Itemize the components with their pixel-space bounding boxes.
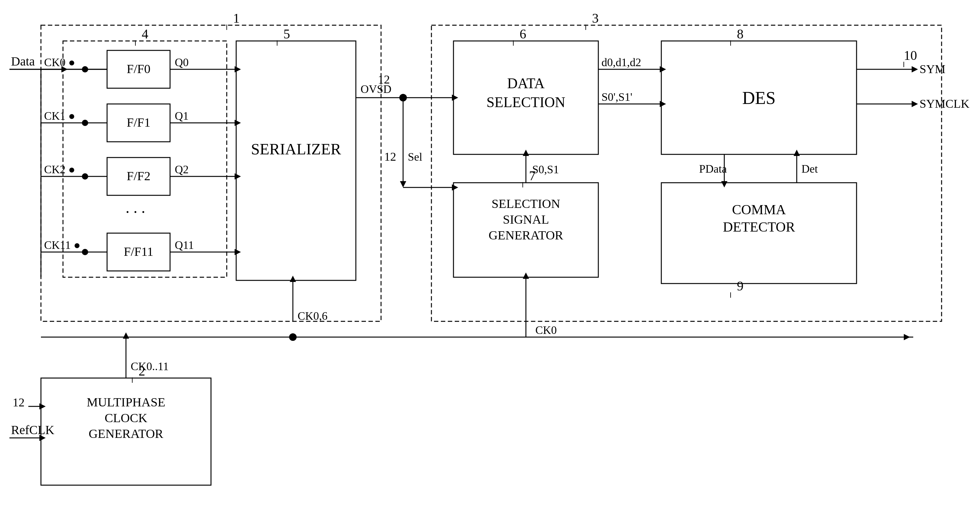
q11-label: Q11 bbox=[175, 239, 194, 251]
multiphase-label3: GENERATOR bbox=[89, 427, 163, 441]
symclk-label: SYMCLK bbox=[920, 97, 970, 110]
diagram-container: 1 4 F/F0 F/F1 F/F2 · · · F/F11 5 SERIALI… bbox=[0, 0, 980, 528]
label-1: 1 bbox=[233, 11, 240, 26]
ellipsis: · · · bbox=[126, 203, 145, 221]
sym-label: SYM bbox=[920, 62, 945, 76]
ck2-junction bbox=[82, 173, 88, 180]
label-8: 8 bbox=[737, 27, 743, 41]
label-6: 6 bbox=[520, 27, 526, 41]
sel-sig-gen-label3: GENERATOR bbox=[488, 228, 563, 242]
sel-sig-gen-label2: SIGNAL bbox=[503, 212, 549, 227]
s0s1-label: S0,S1 bbox=[532, 163, 559, 176]
multiphase-label1: MULTIPHASE bbox=[87, 395, 165, 409]
num12-ovsd: 12 bbox=[378, 73, 390, 86]
pdata-label: PData bbox=[699, 163, 727, 175]
num12-ck: 12 bbox=[13, 396, 25, 409]
label-4: 4 bbox=[142, 27, 148, 41]
ff11-label: F/F11 bbox=[124, 244, 153, 258]
ck0-bottom-label: CK0 bbox=[535, 324, 557, 337]
ck11-label: CK11 ● bbox=[44, 239, 80, 251]
comma-det-label1: COMMA bbox=[732, 202, 786, 217]
label-10: 10 bbox=[904, 48, 917, 63]
ff2-label: F/F2 bbox=[127, 169, 151, 183]
q1-label: Q1 bbox=[175, 110, 189, 122]
ck11-junction bbox=[82, 249, 88, 255]
ck1-label: CK1 ● bbox=[44, 110, 75, 122]
sel-label: Sel bbox=[408, 151, 422, 163]
ff1-label: F/F1 bbox=[127, 115, 151, 129]
d0d1d2-label: d0,d1,d2 bbox=[601, 56, 641, 69]
q0-label: Q0 bbox=[175, 56, 189, 69]
ff0-label: F/F0 bbox=[127, 62, 151, 76]
ck06-label: CK0,6 bbox=[298, 309, 328, 322]
ck0-label: CK0 ● bbox=[44, 56, 75, 69]
sel-sig-gen-label1: SELECTION bbox=[492, 196, 560, 211]
ck2-label: CK2 ● bbox=[44, 163, 75, 176]
ck06-junction bbox=[289, 333, 297, 341]
serializer-box bbox=[236, 41, 356, 281]
data-selection-label1: DATA bbox=[508, 75, 545, 91]
refclk-label: RefCLK bbox=[11, 423, 54, 437]
serializer-label: SERIALIZER bbox=[251, 140, 341, 158]
label-9: 9 bbox=[737, 279, 743, 293]
label-3: 3 bbox=[592, 11, 599, 26]
q2-label: Q2 bbox=[175, 163, 189, 176]
num12-sel: 12 bbox=[384, 150, 396, 163]
det-label: Det bbox=[802, 163, 818, 175]
data-selection-label2: SELECTION bbox=[487, 94, 565, 110]
des-label: DES bbox=[742, 88, 776, 108]
ck1-junction bbox=[82, 120, 88, 126]
comma-det-label2: DETECTOR bbox=[723, 219, 795, 235]
ck011-label: CK0..11 bbox=[131, 360, 169, 373]
label-5: 5 bbox=[283, 27, 290, 41]
s0ps1p-label: S0',S1' bbox=[601, 91, 632, 103]
data-label: Data bbox=[11, 54, 35, 69]
multiphase-label2: CLOCK bbox=[105, 411, 147, 425]
